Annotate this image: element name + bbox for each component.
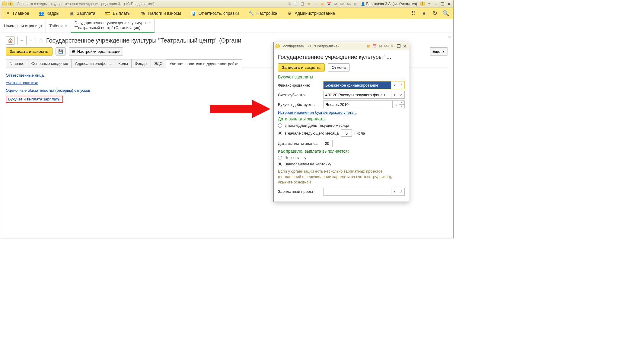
active-from-up-button[interactable]: ▲ <box>399 101 404 105</box>
home-icon[interactable]: ⌂ <box>313 2 318 6</box>
subtab-accounting-policy[interactable]: Учетная политика и другие настройки <box>166 59 242 68</box>
menu-settings[interactable]: 🔧Настройка <box>244 8 282 19</box>
menu-admin[interactable]: ⚙Администрирование <box>282 8 340 19</box>
subtab-edo[interactable]: ЭДО <box>151 59 166 68</box>
menu-vyplaty[interactable]: 💳Выплаты <box>100 8 135 19</box>
more-button[interactable]: Еще ▼ <box>430 47 448 56</box>
tab-organization[interactable]: Государственное учреждение культуры"Теат… <box>71 19 155 33</box>
menu-kadry-label: Кадры <box>47 11 59 16</box>
subtab-funds[interactable]: Фонды <box>131 59 151 68</box>
org-settings-button[interactable]: 🖶Настройки организации <box>69 47 123 56</box>
section-paydate: Дата выплаты зарплаты <box>278 116 405 121</box>
popup-save-close-button[interactable]: Записать и закрыть <box>278 63 325 72</box>
app-icon <box>2 2 7 6</box>
current-user[interactable]: Барышева З.А. (гл. бухгалтер) <box>360 2 418 6</box>
close-button[interactable]: ✕ <box>447 2 451 6</box>
active-from-picker-button[interactable]: ... <box>392 101 399 108</box>
window-titlebar: ▼ Зарплата и кадры государственного учре… <box>0 0 453 8</box>
minimize-button[interactable]: – <box>433 2 438 6</box>
menu-main-label: Главное <box>13 11 29 16</box>
link-responsible[interactable]: Ответственные лица <box>6 73 44 78</box>
history-icon[interactable]: ↻ <box>432 10 438 17</box>
popup-calc-icon[interactable]: ▦ <box>366 44 371 49</box>
subtab-addresses[interactable]: Адреса и телефоны <box>71 59 115 68</box>
project-dropdown-button[interactable]: ▾ <box>391 188 398 195</box>
org-settings-label: Настройки организации <box>77 49 120 54</box>
save-button[interactable]: 💾 <box>56 47 66 56</box>
method-card-radio[interactable] <box>278 162 282 166</box>
popup-cancel-button[interactable]: Отмена <box>328 63 350 72</box>
menu-report[interactable]: 📊Отчетность, справки <box>186 8 244 19</box>
account-input[interactable] <box>324 91 391 98</box>
section-method: Как правило, выплата выполняется: <box>278 149 405 154</box>
print-icon[interactable]: 🖶 <box>287 2 292 6</box>
paydate-opt2-suffix: числа <box>354 131 365 135</box>
popup-m-icon[interactable]: M <box>378 44 383 49</box>
paydate-day-input[interactable] <box>341 129 352 137</box>
account-open-button[interactable]: ↗ <box>398 91 404 98</box>
history-link[interactable]: История изменения бухгалтерского учета..… <box>278 110 357 115</box>
panel-icon[interactable]: ◫ <box>353 2 358 6</box>
account-dropdown-button[interactable]: ▾ <box>391 91 398 98</box>
menu-vyplaty-label: Выплаты <box>113 11 131 16</box>
content-close-button[interactable]: × <box>448 35 451 40</box>
menu-icon: ≡ <box>5 11 11 16</box>
paydate-opt2-radio[interactable] <box>278 131 282 135</box>
subtab-basic[interactable]: Основные сведения <box>28 59 72 68</box>
info-icon[interactable]: i <box>420 2 425 6</box>
dropdown-icon[interactable]: ▼ <box>8 2 13 6</box>
advance-day-input[interactable] <box>322 140 333 147</box>
popup-close-button[interactable]: ✕ <box>402 44 407 48</box>
active-from-down-button[interactable]: ▼ <box>399 105 404 108</box>
m-icon[interactable]: M <box>333 2 338 6</box>
menu-kadry[interactable]: 👥Кадры <box>34 8 64 19</box>
close-icon[interactable]: × <box>148 21 150 24</box>
home-button[interactable]: 🏠 <box>6 36 15 45</box>
tab-tabeli[interactable]: Табели× <box>46 19 71 33</box>
favorite-icon[interactable]: ★ <box>307 2 311 6</box>
subtab-main[interactable]: Главное <box>6 59 28 68</box>
paydate-opt1-radio[interactable] <box>278 123 282 128</box>
project-input[interactable] <box>324 188 391 195</box>
save-close-button[interactable]: Записать и закрыть <box>6 47 53 56</box>
link-payroll-accounting[interactable]: Бухучет и выплата зарплаты <box>6 96 63 103</box>
link-accounting-policy[interactable]: Учетная политика <box>6 81 38 85</box>
search-icon[interactable]: 🔍 <box>442 10 449 17</box>
financing-input[interactable] <box>324 81 391 89</box>
method-cash-radio[interactable] <box>278 156 282 160</box>
back-button[interactable]: ← <box>18 36 27 45</box>
tab-start-page[interactable]: Начальная страница <box>0 19 46 33</box>
star-icon[interactable]: ★ <box>421 10 427 17</box>
calc-icon[interactable]: ▦ <box>320 2 325 6</box>
popup-heading: Государственное учреждение культуры "... <box>278 54 405 60</box>
mplus-icon[interactable]: M+ <box>340 2 345 6</box>
popup-calendar-icon[interactable]: 📅 <box>372 44 377 49</box>
doc-icon[interactable]: 📄 <box>293 2 298 6</box>
copy-icon[interactable]: 📋 <box>300 2 305 6</box>
financing-open-button[interactable]: ↗ <box>398 81 404 89</box>
menu-zarplata-label: Зарплата <box>77 11 95 16</box>
close-icon[interactable]: × <box>65 24 67 28</box>
popup-mplus-icon[interactable]: M+ <box>384 44 389 49</box>
forward-button[interactable]: → <box>27 36 36 45</box>
favorite-toggle[interactable]: ☆ <box>38 37 44 44</box>
menu-zarplata[interactable]: ▦Зарплата <box>64 8 100 19</box>
project-open-button[interactable]: ↗ <box>398 188 404 195</box>
mminus-icon[interactable]: M- <box>346 2 351 6</box>
tab-start-label: Начальная страница <box>4 24 42 28</box>
link-vacation-reserves[interactable]: Оценочные обязательства (резервы) отпуск… <box>6 88 90 93</box>
menu-nalogi[interactable]: %Налоги и взносы <box>135 8 186 19</box>
financing-label: Финансирование: <box>278 83 320 88</box>
financing-dropdown-button[interactable]: ▾ <box>391 81 398 89</box>
table-icon: ▦ <box>69 11 74 16</box>
apps-icon[interactable]: ⠿ <box>410 10 416 17</box>
maximize-button[interactable]: ❐ <box>440 2 445 6</box>
section-accounting: Бухучет зарплаты <box>278 75 405 79</box>
calendar-icon[interactable]: 📅 <box>327 2 331 6</box>
menu-main[interactable]: ≡Главное <box>0 8 34 19</box>
active-from-input[interactable] <box>324 101 392 108</box>
popup-mminus-icon[interactable]: M- <box>390 44 395 49</box>
popup-restore-button[interactable]: ❐ <box>396 44 401 48</box>
subtab-codes[interactable]: Коды <box>115 59 131 68</box>
info-arrow-icon[interactable]: ▼ <box>427 2 432 6</box>
